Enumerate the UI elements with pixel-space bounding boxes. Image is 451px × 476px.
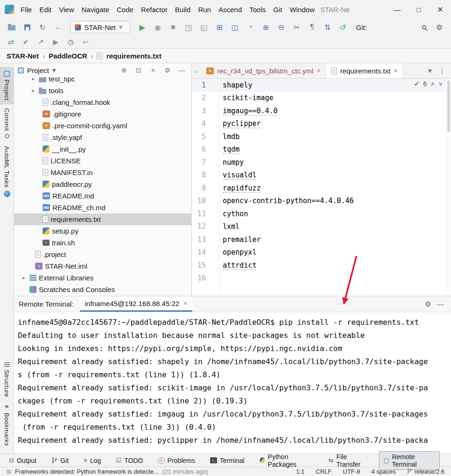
expand-all-icon[interactable]: ⊡ [133, 65, 144, 75]
stripe-bookmarks-button[interactable]: ⚑ Bookmarks [0, 401, 14, 450]
terminal-output[interactable]: infname45@0a72cc145677:~/paddlepaddle/ST… [14, 312, 451, 454]
collapse-all-icon[interactable]: × [147, 65, 159, 75]
tree-item[interactable]: I STAR-Net.iml [14, 260, 191, 272]
editor-body[interactable]: 1shapely 2scikit-image 3imgaug==0.4.0 4p… [192, 79, 451, 296]
menu-file[interactable]: File [17, 3, 36, 16]
line-number[interactable]: 15 [192, 261, 212, 270]
tree-item[interactable]: ▸ test_tipc [14, 77, 191, 85]
run-button[interactable]: ▶ [135, 21, 149, 33]
remote-connect-icon[interactable]: ⇄ [4, 37, 18, 48]
toolwindow-output[interactable]: ⊟ Output [5, 455, 41, 466]
toolwindow-git[interactable]: Git [47, 455, 73, 466]
sort-icon[interactable]: ⇅ [320, 21, 335, 33]
toolwindow-remote-terminal[interactable]: ▢ Remote Terminal [379, 451, 440, 470]
undo-icon[interactable]: ↩ [79, 37, 93, 48]
tree-item[interactable]: __init__.py [14, 143, 191, 155]
more-options-icon[interactable]: ⋮ [437, 66, 447, 75]
tree-item[interactable]: MANIFEST.in [14, 167, 191, 178]
search-icon[interactable] [417, 21, 431, 33]
close-button[interactable]: ✕ [429, 0, 451, 19]
tree-item[interactable]: MD README_ch.md [14, 202, 191, 213]
tree-item[interactable]: LICENSE [14, 155, 191, 167]
code-text[interactable]: scikit-image [212, 94, 273, 102]
line-number[interactable]: 9 [192, 184, 212, 192]
code-text[interactable]: numpy [212, 158, 244, 167]
code-text[interactable]: lxml [212, 222, 240, 231]
save-icon[interactable] [20, 21, 34, 33]
line-number[interactable]: 2 [192, 94, 212, 102]
editor-scrollbar[interactable] [446, 79, 451, 296]
menu-view[interactable]: View [55, 3, 78, 16]
zoom-out-icon[interactable]: ⊖ [274, 21, 288, 33]
line-ending[interactable]: CRLF [316, 468, 332, 475]
maximize-button[interactable]: □ [408, 0, 429, 19]
chevron-down-icon[interactable]: ▾ [52, 66, 56, 74]
line-number[interactable]: 6 [192, 145, 212, 154]
line-number[interactable]: 12 [192, 222, 212, 231]
menu-build[interactable]: Build [171, 3, 194, 16]
scrollbar-thumb[interactable] [447, 81, 450, 132]
line-number[interactable]: 4 [192, 119, 212, 128]
close-icon[interactable]: × [394, 67, 398, 74]
tree-item[interactable]: Y .pre-commit-config.yaml [14, 120, 191, 132]
zoom-in-icon[interactable]: ⊕ [259, 21, 273, 33]
tree-item[interactable]: MD README.md [14, 190, 191, 202]
terminal-settings-gear-icon[interactable]: ⚙ [422, 300, 434, 308]
tree-item[interactable]: › train.sh [14, 237, 191, 249]
menu-ascend[interactable]: Ascend [215, 3, 246, 16]
close-icon[interactable]: × [183, 300, 187, 307]
menu-edit[interactable]: Edit [36, 3, 55, 16]
tab-rec-yml[interactable]: Y rec_r34_vd_tps_bilstm_ctc.yml × [201, 63, 326, 78]
resume-icon[interactable]: ▶ [49, 37, 63, 48]
cut-icon[interactable]: ✂ [290, 21, 304, 33]
menu-run[interactable]: Run [194, 3, 215, 16]
tree-item-requirements[interactable]: requirements.txt [14, 213, 191, 225]
profiler-icon[interactable]: ◉ [151, 21, 165, 33]
caret-position[interactable]: 1:1 [296, 468, 305, 475]
line-number[interactable]: 13 [192, 235, 212, 244]
chevron-right-icon[interactable]: ▸ [30, 88, 36, 94]
git-branch-widget[interactable]: release/2.6 [407, 468, 444, 475]
toolwindow-file-transfer[interactable]: ⇆ File Transfer [324, 451, 372, 470]
check-icon[interactable]: ✔ [19, 37, 33, 48]
update-project-icon[interactable]: ↺ [336, 21, 350, 33]
line-number[interactable]: 14 [192, 248, 212, 256]
tree-item[interactable]: .project [14, 249, 191, 260]
inspections-widget[interactable]: ✔ 6 ∧ ∨ [414, 80, 443, 88]
breadcrumb-project[interactable]: STAR-Net [7, 52, 39, 60]
line-number[interactable]: 11 [192, 210, 212, 218]
menu-tools[interactable]: Tools [246, 3, 269, 16]
scroll-tabs-left-icon[interactable]: ‹ [192, 63, 201, 78]
window-icon[interactable]: ⊞ [7, 469, 11, 475]
code-text[interactable]: rapidfuzz [212, 184, 261, 192]
tree-item[interactable]: Scratches and Consoles [14, 284, 191, 295]
code-text[interactable]: shapely [212, 81, 252, 89]
toolwindow-terminal[interactable]: >_ Terminal [206, 455, 249, 466]
code-text[interactable]: imgaug==0.4.0 [212, 107, 277, 115]
settings-gear-icon[interactable]: ⚙ [432, 21, 446, 33]
code-text[interactable]: opencv-contrib-python==4.4.0.46 [212, 197, 354, 205]
terminal-tab[interactable]: infname45@192.168.88.45:22 × [80, 296, 192, 312]
code-text[interactable]: premailer [212, 235, 261, 244]
tree-item[interactable]: .clang_format.hook [14, 96, 191, 108]
tree-item[interactable]: .style.yapf [14, 132, 191, 143]
line-number[interactable]: 1 [192, 81, 212, 89]
line-number[interactable]: 5 [192, 132, 212, 141]
tree-item[interactable]: paddleocr.py [14, 178, 191, 190]
breadcrumb-folder[interactable]: PaddleOCR [49, 52, 87, 60]
formatting-marks-icon[interactable]: ¶ [305, 21, 319, 33]
tree-item[interactable]: setup.py [14, 225, 191, 237]
stripe-automl-button[interactable]: AutoML Tasks [0, 142, 14, 201]
tab-requirements[interactable]: requirements.txt × [326, 63, 403, 78]
stripe-commit-button[interactable]: Commit [0, 104, 14, 142]
push-icon[interactable]: ↗ [34, 37, 48, 48]
tree-item[interactable]: ▸ External Libraries [14, 272, 191, 284]
toolwindow-python-packages[interactable]: Python Packages [255, 451, 318, 470]
toolwindow-log[interactable]: ≡ Log [80, 455, 105, 466]
status-message[interactable]: Frameworks detected: Python framework is… [15, 468, 159, 475]
encoding[interactable]: UTF-8 [343, 468, 360, 475]
toolwindow-todo[interactable]: ☑ TODO [112, 455, 147, 466]
prev-problem-icon[interactable]: ∧ [430, 81, 435, 87]
next-problem-icon[interactable]: ∨ [438, 81, 443, 87]
panel-settings-gear-icon[interactable]: ⚙ [162, 65, 173, 75]
